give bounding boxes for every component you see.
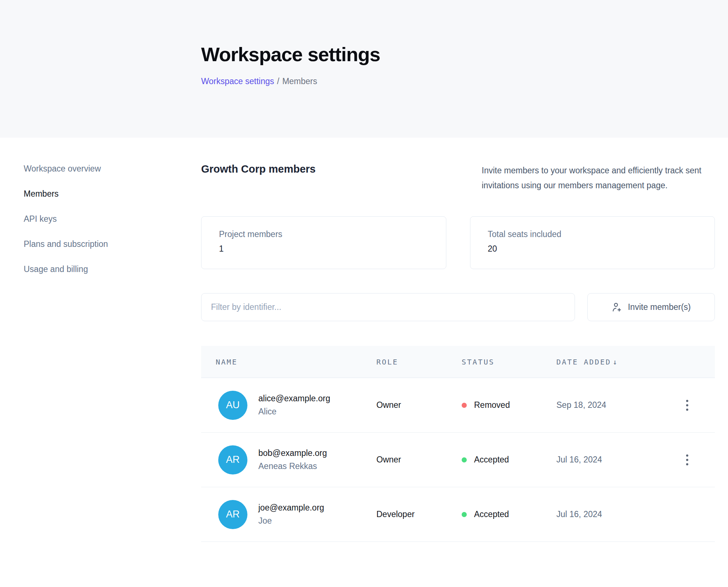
member-status: Accepted (462, 455, 556, 465)
sidebar-item-api-keys[interactable]: API keys (24, 214, 201, 224)
sort-desc-icon: ↓ (612, 358, 617, 366)
content-area: Workspace overview Members API keys Plan… (0, 138, 728, 542)
breadcrumb-current: Members (282, 76, 317, 86)
status-label: Accepted (474, 509, 509, 519)
sidebar-item-members[interactable]: Members (24, 189, 201, 199)
column-header-date-added[interactable]: DATE ADDED↓ (556, 358, 659, 366)
column-header-status[interactable]: STATUS (462, 358, 556, 366)
avatar: AU (218, 391, 247, 420)
person-plus-icon (611, 302, 622, 313)
member-name: Alice (258, 407, 330, 417)
sidebar-item-workspace-overview[interactable]: Workspace overview (24, 164, 201, 174)
member-role: Owner (376, 400, 462, 410)
breadcrumb-workspace-settings-link[interactable]: Workspace settings (201, 76, 274, 86)
stat-value: 20 (488, 244, 715, 254)
table-row: AR joe@example.org Joe Developer Accepte… (201, 487, 715, 542)
member-name: Aeneas Rekkas (258, 461, 327, 471)
member-status: Accepted (462, 509, 556, 519)
kebab-menu-icon[interactable] (682, 451, 692, 469)
member-email: alice@example.org (258, 394, 330, 403)
status-label: Removed (474, 400, 510, 410)
members-heading: Growth Corp members (201, 163, 316, 175)
stat-card-total-seats: Total seats included 20 (470, 216, 715, 269)
members-description: Invite members to your workspace and eff… (482, 163, 715, 193)
status-label: Accepted (474, 455, 509, 465)
member-date-added: Jul 16, 2024 (556, 455, 659, 465)
member-role: Developer (376, 509, 462, 519)
table-header-row: NAME ROLE STATUS DATE ADDED↓ (201, 346, 715, 378)
invite-button-label: Invite member(s) (628, 302, 691, 312)
avatar: AR (218, 445, 247, 474)
member-date-added: Jul 16, 2024 (556, 509, 659, 519)
stat-label: Total seats included (488, 229, 715, 239)
member-status: Removed (462, 400, 556, 410)
table-row: AU alice@example.org Alice Owner Removed… (201, 378, 715, 433)
member-identity-cell: AU alice@example.org Alice (201, 391, 376, 420)
sidebar-item-usage-and-billing[interactable]: Usage and billing (24, 264, 201, 274)
table-body: AU alice@example.org Alice Owner Removed… (201, 378, 715, 542)
stat-card-project-members: Project members 1 (201, 216, 446, 269)
column-header-role[interactable]: ROLE (376, 358, 462, 366)
member-identity-cell: AR bob@example.org Aeneas Rekkas (201, 445, 376, 474)
member-role: Owner (376, 455, 462, 465)
member-name: Joe (258, 516, 324, 526)
status-dot (462, 512, 467, 517)
stat-label: Project members (219, 229, 446, 239)
table-row: AR bob@example.org Aeneas Rekkas Owner A… (201, 433, 715, 487)
stats-row: Project members 1 Total seats included 2… (201, 216, 715, 269)
settings-sidebar: Workspace overview Members API keys Plan… (0, 138, 201, 542)
column-header-name[interactable]: NAME (201, 358, 376, 366)
page-title: Workspace settings (201, 43, 728, 66)
status-dot (462, 457, 467, 462)
kebab-menu-icon[interactable] (682, 396, 692, 414)
status-dot (462, 403, 467, 408)
sidebar-item-plans-and-subscription[interactable]: Plans and subscription (24, 239, 201, 249)
filter-input[interactable] (201, 293, 575, 321)
stat-value: 1 (219, 244, 446, 254)
member-email: joe@example.org (258, 503, 324, 513)
avatar: AR (218, 500, 247, 529)
breadcrumb-separator: / (277, 76, 279, 86)
member-identity-cell: AR joe@example.org Joe (201, 500, 376, 529)
members-table: NAME ROLE STATUS DATE ADDED↓ AU alice@ex… (201, 346, 715, 542)
intro-row: Growth Corp members Invite members to yo… (201, 163, 715, 193)
members-panel: Growth Corp members Invite members to yo… (201, 138, 728, 542)
member-date-added: Sep 18, 2024 (556, 400, 659, 410)
header-band: Workspace settings Workspace settings/Me… (0, 0, 728, 138)
member-email: bob@example.org (258, 448, 327, 458)
invite-members-button[interactable]: Invite member(s) (587, 293, 715, 321)
breadcrumb: Workspace settings/Members (201, 76, 728, 86)
filter-row: Invite member(s) (201, 293, 715, 321)
